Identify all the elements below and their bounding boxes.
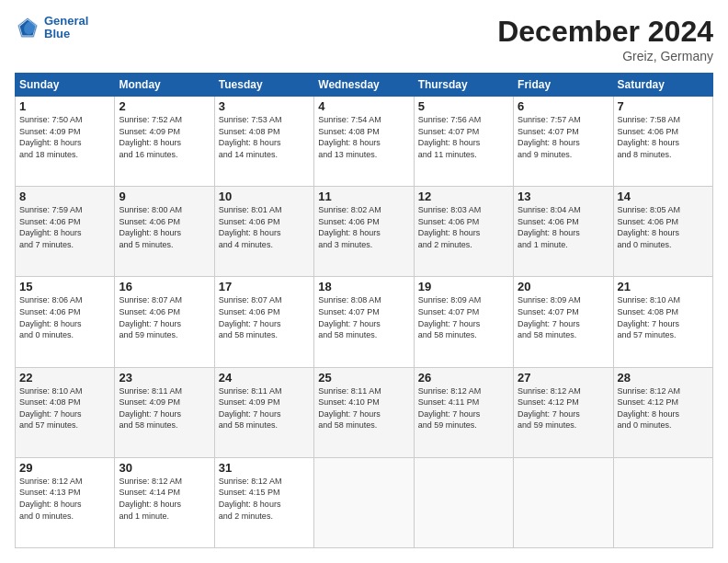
day-number: 18 [318,280,409,293]
table-cell [514,457,613,547]
table-cell: 6Sunrise: 7:57 AM Sunset: 4:07 PM Daylig… [514,97,613,187]
day-number: 25 [318,371,409,385]
day-info: Sunrise: 7:59 AM Sunset: 4:06 PM Dayligh… [19,204,110,250]
table-cell: 21Sunrise: 8:10 AM Sunset: 4:08 PM Dayli… [613,277,712,367]
week-row-4: 22Sunrise: 8:10 AM Sunset: 4:08 PM Dayli… [16,367,713,457]
day-number: 17 [219,280,310,293]
page: General Blue December 2024 Greiz, German… [0,0,728,563]
day-number: 7 [618,99,709,113]
col-friday: Friday [514,74,613,97]
day-info: Sunrise: 7:54 AM Sunset: 4:08 PM Dayligh… [318,114,409,160]
logo-icon [15,15,40,40]
day-number: 30 [119,461,210,475]
day-info: Sunrise: 8:02 AM Sunset: 4:06 PM Dayligh… [318,204,409,250]
day-info: Sunrise: 8:11 AM Sunset: 4:09 PM Dayligh… [119,385,210,431]
logo-line2: Blue [44,28,88,40]
week-row-5: 29Sunrise: 8:12 AM Sunset: 4:13 PM Dayli… [16,457,713,547]
col-tuesday: Tuesday [214,74,313,97]
day-info: Sunrise: 8:01 AM Sunset: 4:06 PM Dayligh… [219,204,310,250]
day-number: 3 [219,99,310,113]
table-cell: 5Sunrise: 7:56 AM Sunset: 4:07 PM Daylig… [414,97,513,187]
table-cell: 13Sunrise: 8:04 AM Sunset: 4:06 PM Dayli… [514,187,613,277]
day-number: 15 [19,280,110,293]
day-number: 4 [318,99,409,113]
day-number: 31 [219,461,310,475]
table-cell: 27Sunrise: 8:12 AM Sunset: 4:12 PM Dayli… [514,367,613,457]
table-cell: 11Sunrise: 8:02 AM Sunset: 4:06 PM Dayli… [314,187,414,277]
day-info: Sunrise: 8:07 AM Sunset: 4:06 PM Dayligh… [219,294,310,340]
day-info: Sunrise: 8:11 AM Sunset: 4:10 PM Dayligh… [318,385,409,431]
day-info: Sunrise: 8:09 AM Sunset: 4:07 PM Dayligh… [518,294,609,340]
day-info: Sunrise: 8:07 AM Sunset: 4:06 PM Dayligh… [119,294,210,340]
table-cell: 16Sunrise: 8:07 AM Sunset: 4:06 PM Dayli… [115,277,214,367]
col-sunday: Sunday [16,74,115,97]
table-cell: 18Sunrise: 8:08 AM Sunset: 4:07 PM Dayli… [314,277,414,367]
day-number: 6 [518,99,609,113]
day-number: 19 [418,280,509,293]
day-info: Sunrise: 7:57 AM Sunset: 4:07 PM Dayligh… [518,114,609,160]
table-cell: 17Sunrise: 8:07 AM Sunset: 4:06 PM Dayli… [214,277,313,367]
table-cell [314,457,414,547]
day-info: Sunrise: 8:12 AM Sunset: 4:15 PM Dayligh… [219,476,310,522]
week-row-3: 15Sunrise: 8:06 AM Sunset: 4:06 PM Dayli… [16,277,713,367]
day-info: Sunrise: 8:08 AM Sunset: 4:07 PM Dayligh… [318,294,409,340]
day-info: Sunrise: 8:10 AM Sunset: 4:08 PM Dayligh… [618,294,709,340]
col-wednesday: Wednesday [314,74,414,97]
day-info: Sunrise: 7:50 AM Sunset: 4:09 PM Dayligh… [19,114,110,160]
day-number: 12 [418,190,509,203]
table-cell: 12Sunrise: 8:03 AM Sunset: 4:06 PM Dayli… [414,187,513,277]
table-cell: 3Sunrise: 7:53 AM Sunset: 4:08 PM Daylig… [214,97,313,187]
day-number: 1 [19,99,110,113]
day-info: Sunrise: 7:53 AM Sunset: 4:08 PM Dayligh… [219,114,310,160]
day-number: 9 [119,190,210,203]
day-number: 20 [518,280,609,293]
logo-line1: General [44,15,88,28]
day-info: Sunrise: 8:00 AM Sunset: 4:06 PM Dayligh… [119,204,210,250]
day-info: Sunrise: 7:58 AM Sunset: 4:06 PM Dayligh… [618,114,709,160]
day-number: 29 [19,461,110,475]
week-row-2: 8Sunrise: 7:59 AM Sunset: 4:06 PM Daylig… [16,187,713,277]
col-saturday: Saturday [613,74,712,97]
day-number: 10 [219,190,310,203]
day-number: 22 [19,371,110,385]
day-number: 13 [518,190,609,203]
day-info: Sunrise: 8:12 AM Sunset: 4:14 PM Dayligh… [119,476,210,522]
table-cell: 28Sunrise: 8:12 AM Sunset: 4:12 PM Dayli… [613,367,712,457]
calendar-table: Sunday Monday Tuesday Wednesday Thursday… [15,73,713,548]
day-info: Sunrise: 8:11 AM Sunset: 4:09 PM Dayligh… [219,385,310,431]
col-monday: Monday [115,74,214,97]
day-info: Sunrise: 8:10 AM Sunset: 4:08 PM Dayligh… [19,385,110,431]
day-number: 21 [618,280,709,293]
title-block: December 2024 Greiz, Germany [497,15,713,63]
table-cell: 14Sunrise: 8:05 AM Sunset: 4:06 PM Dayli… [613,187,712,277]
day-number: 5 [418,99,509,113]
table-cell: 25Sunrise: 8:11 AM Sunset: 4:10 PM Dayli… [314,367,414,457]
day-info: Sunrise: 7:56 AM Sunset: 4:07 PM Dayligh… [418,114,509,160]
table-cell: 10Sunrise: 8:01 AM Sunset: 4:06 PM Dayli… [214,187,313,277]
day-info: Sunrise: 8:09 AM Sunset: 4:07 PM Dayligh… [418,294,509,340]
day-number: 2 [119,99,210,113]
day-info: Sunrise: 8:05 AM Sunset: 4:06 PM Dayligh… [618,204,709,250]
day-number: 16 [119,280,210,293]
table-cell [613,457,712,547]
day-number: 23 [119,371,210,385]
table-cell: 19Sunrise: 8:09 AM Sunset: 4:07 PM Dayli… [414,277,513,367]
table-cell: 22Sunrise: 8:10 AM Sunset: 4:08 PM Dayli… [16,367,115,457]
day-info: Sunrise: 8:12 AM Sunset: 4:12 PM Dayligh… [618,385,709,431]
month-title: December 2024 [497,15,713,49]
day-number: 26 [418,371,509,385]
table-cell: 29Sunrise: 8:12 AM Sunset: 4:13 PM Dayli… [16,457,115,547]
table-cell: 20Sunrise: 8:09 AM Sunset: 4:07 PM Dayli… [514,277,613,367]
table-cell: 23Sunrise: 8:11 AM Sunset: 4:09 PM Dayli… [115,367,214,457]
day-number: 24 [219,371,310,385]
day-info: Sunrise: 8:06 AM Sunset: 4:06 PM Dayligh… [19,294,110,340]
table-cell: 26Sunrise: 8:12 AM Sunset: 4:11 PM Dayli… [414,367,513,457]
table-cell: 31Sunrise: 8:12 AM Sunset: 4:15 PM Dayli… [214,457,313,547]
location: Greiz, Germany [497,49,713,63]
table-cell: 30Sunrise: 8:12 AM Sunset: 4:14 PM Dayli… [115,457,214,547]
day-number: 11 [318,190,409,203]
table-cell: 24Sunrise: 8:11 AM Sunset: 4:09 PM Dayli… [214,367,313,457]
logo: General Blue [15,15,88,41]
col-thursday: Thursday [414,74,513,97]
day-number: 27 [518,371,609,385]
